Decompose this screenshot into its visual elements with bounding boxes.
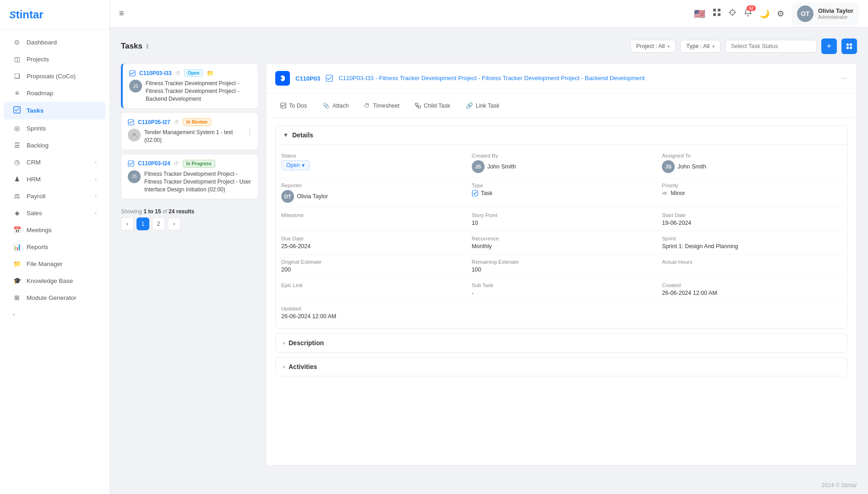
backlog-icon: ☰ xyxy=(13,141,21,149)
assigned-to-label: Assigned To xyxy=(662,153,841,158)
sidebar-item-payroll[interactable]: ⚖ Payroll › xyxy=(4,188,106,204)
sidebar-item-sprints[interactable]: ◎ Sprints xyxy=(4,120,106,136)
svg-rect-2 xyxy=(718,9,721,11)
avatar: JS xyxy=(662,160,675,173)
hrm-icon: ♟ xyxy=(13,175,21,183)
svg-rect-1 xyxy=(713,9,716,11)
task-text: Fitness Tracker Development Project - Fi… xyxy=(144,170,251,193)
sidebar-item-module-generator[interactable]: ⊞ Module Generator xyxy=(4,289,106,306)
details-row-due-date: Due Date 25-06-2024 Recurrence Monthly S… xyxy=(276,231,847,255)
sidebar-item-file-manager[interactable]: 📁 File Manager xyxy=(4,255,106,272)
task-id: C110P03-I24 xyxy=(138,160,170,167)
milestone-cell: Milestone xyxy=(276,208,466,231)
sidebar-item-sales[interactable]: ◈ Sales › xyxy=(4,205,106,221)
created-by-label: Created By xyxy=(472,153,651,158)
remaining-estimate-value: 100 xyxy=(472,266,651,273)
sidebar-item-knowledge-base[interactable]: 🎓 Knowledge Base xyxy=(4,272,106,289)
task-card-header: C110P03-I24 ⏱ In Progress xyxy=(128,160,251,168)
chevron-down-icon: ▾ xyxy=(302,162,305,168)
page-2-button[interactable]: 2 xyxy=(152,217,165,230)
description-section: › Description xyxy=(275,333,847,353)
updated-label: Updated xyxy=(281,306,461,311)
tab-child-task[interactable]: Child Task xyxy=(408,99,457,112)
task-checkbox-icon xyxy=(326,75,333,82)
details-row-estimates: Original Estimate 200 Remaining Estimate… xyxy=(276,255,847,278)
clock-icon: ⏱ xyxy=(174,119,179,125)
menu-toggle-button[interactable]: ≡ xyxy=(119,9,124,18)
tab-todos[interactable]: To Dos xyxy=(273,99,314,112)
activities-section-header[interactable]: › Activities xyxy=(276,358,847,376)
task-type-icon xyxy=(472,190,478,196)
next-page-button[interactable]: › xyxy=(168,217,180,230)
footer-text: 2024 © Stintar xyxy=(822,482,857,489)
tab-todos-label: To Dos xyxy=(289,103,307,109)
tab-attach[interactable]: 📎 Attach xyxy=(316,99,355,112)
language-selector[interactable]: 🇺🇸 xyxy=(694,8,705,19)
list-view-button[interactable] xyxy=(841,38,857,54)
epic-link-label: Epic Link xyxy=(281,282,461,288)
detail-tabs: To Dos 📎 Attach ⏱ Timesheet Child Task xyxy=(266,93,857,118)
reports-icon: 📊 xyxy=(13,243,21,250)
chevron-right-icon: › xyxy=(95,210,97,216)
task-card[interactable]: C110P35-I27 ⏱ In Review Tender Managemen… xyxy=(121,112,258,150)
description-section-header[interactable]: › Description xyxy=(276,334,847,352)
detail-more-options-button[interactable]: ··· xyxy=(841,74,847,82)
project-filter[interactable]: Project : All ▾ xyxy=(630,40,676,53)
sidebar-item-dashboard[interactable]: ⊙ Dashboard xyxy=(4,34,106,50)
prev-page-button[interactable]: ‹ xyxy=(121,217,134,230)
status-badge[interactable]: Open ▾ xyxy=(281,160,310,170)
dark-mode-toggle[interactable]: 🌙 xyxy=(759,9,770,19)
type-filter[interactable]: Type : All ▾ xyxy=(680,40,721,53)
tasks-body: C110P03-I33 ⏱ Open 📁 JS Fitness Tracker … xyxy=(121,63,857,466)
details-section-header[interactable]: ▼ Details xyxy=(276,126,847,145)
proposals-icon: ❑ xyxy=(13,72,21,80)
updated-value: 26-06-2024 12:00 AM xyxy=(281,313,461,320)
focus-icon[interactable] xyxy=(728,8,737,19)
sidebar-item-projects[interactable]: ◫ Projects xyxy=(4,51,106,67)
svg-rect-3 xyxy=(713,13,716,16)
tab-timesheet-label: Timesheet xyxy=(373,103,399,109)
priority-cell: Priority ≪ Minor xyxy=(656,178,847,207)
sidebar-item-crm[interactable]: ◷ CRM › xyxy=(4,154,106,170)
apps-icon[interactable] xyxy=(713,8,721,19)
details-row-epic: Epic Link Sub Task - Created 26-06-2024 … xyxy=(276,278,847,301)
type-cell: Type Task xyxy=(466,178,657,207)
assigned-to-cell: Assigned To JS John Smith xyxy=(656,148,847,178)
svg-point-5 xyxy=(730,10,735,15)
tab-timesheet[interactable]: ⏱ Timesheet xyxy=(357,99,406,112)
user-profile[interactable]: OT Olivia Taylor Administrator xyxy=(792,3,859,25)
created-value: 26-06-2024 12:00 AM xyxy=(662,290,841,296)
sidebar-item-meetings[interactable]: 📅 Meetings xyxy=(4,222,106,238)
status-badge: In Review xyxy=(183,118,211,126)
crm-icon: ◷ xyxy=(13,158,21,166)
sidebar-item-hrm[interactable]: ♟ HRM › xyxy=(4,171,106,187)
status-value: Open ▾ xyxy=(281,160,461,170)
avatar: JS xyxy=(128,170,141,183)
sidebar-item-roadmap[interactable]: ≡ Roadmap xyxy=(4,85,106,101)
page-1-button[interactable]: 1 xyxy=(136,217,149,230)
sidebar-item-tasks[interactable]: Tasks xyxy=(4,102,106,119)
sidebar-item-reports[interactable]: 📊 Reports xyxy=(4,239,106,255)
showing-text: Showing 1 to 15 of 24 results xyxy=(121,208,194,215)
epic-link-cell: Epic Link xyxy=(276,278,466,301)
more-options-button[interactable]: ⋮ xyxy=(246,127,253,136)
task-list-panel: C110P03-I33 ⏱ Open 📁 JS Fitness Tracker … xyxy=(121,63,258,466)
chevron-down-icon: ▾ xyxy=(667,44,670,49)
meetings-icon: 📅 xyxy=(13,226,21,233)
notifications-icon[interactable]: 52 xyxy=(744,8,752,19)
settings-icon[interactable]: ⚙ xyxy=(777,9,784,19)
tab-link-task[interactable]: 🔗 Link Task xyxy=(459,99,507,112)
task-card[interactable]: C110P03-I33 ⏱ Open 📁 JS Fitness Tracker … xyxy=(121,63,258,109)
sidebar-item-backlog[interactable]: ☰ Backlog xyxy=(4,137,106,153)
task-card[interactable]: C110P03-I24 ⏱ In Progress JS Fitness Tra… xyxy=(121,154,258,199)
add-task-button[interactable]: + xyxy=(821,38,837,54)
status-search-input[interactable] xyxy=(725,40,817,53)
info-icon[interactable]: ℹ xyxy=(146,43,148,50)
sidebar-item-proposals[interactable]: ❑ Proposals (CoCo) xyxy=(4,68,106,84)
collapse-icon: ▼ xyxy=(283,132,289,138)
milestone-label: Milestone xyxy=(281,212,461,218)
chevron-right-icon: › xyxy=(95,159,97,165)
sidebar-item-more[interactable]: - xyxy=(4,306,106,322)
details-row-status: Status Open ▾ Created By xyxy=(276,148,847,178)
svg-rect-11 xyxy=(850,43,852,46)
